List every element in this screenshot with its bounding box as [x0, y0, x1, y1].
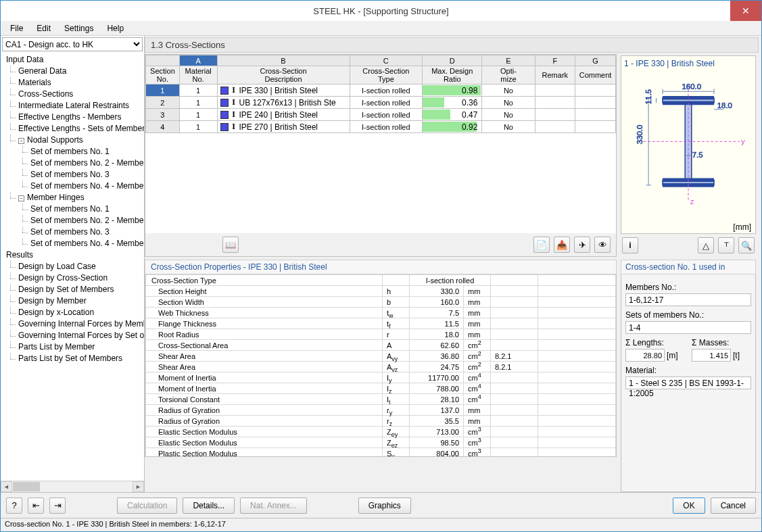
tree-item[interactable]: Design by x-Location: [1, 307, 144, 318]
tree-item[interactable]: Set of members No. 4 - Member S: [1, 180, 144, 192]
svg-text:330.0: 330.0: [636, 125, 644, 145]
filter-button[interactable]: ✈: [574, 237, 590, 253]
table-row[interactable]: 11I IPE 330 | British SteelI-section rol…: [146, 84, 616, 97]
zoom-button[interactable]: 🔍: [738, 237, 755, 253]
tree-item[interactable]: -Nodal Supports: [1, 135, 144, 146]
cancel-button[interactable]: Cancel: [711, 498, 756, 514]
import-button[interactable]: 📥: [554, 237, 570, 253]
cross-sections-grid[interactable]: ABCDEFGSectionNo.MaterialNo.Cross-Sectio…: [145, 54, 617, 257]
menu-file[interactable]: File: [5, 22, 28, 34]
tree-item[interactable]: Governing Internal Forces by Member: [1, 318, 144, 330]
tree-item[interactable]: Set of members No. 4 - Member S: [1, 238, 144, 249]
svg-text:7.5: 7.5: [692, 151, 703, 159]
tree-item[interactable]: Materials: [1, 77, 144, 89]
tree-item[interactable]: Intermediate Lateral Restraints: [1, 100, 144, 112]
library-button[interactable]: 📖: [222, 237, 239, 253]
tree-item[interactable]: Parts List by Set of Members: [1, 353, 144, 364]
menu-help[interactable]: Help: [101, 22, 129, 34]
info-title: Cross-section No. 1 used in: [621, 260, 756, 274]
tree-item[interactable]: Results: [1, 249, 144, 261]
tree-item[interactable]: Governing Internal Forces by Set of: [1, 330, 144, 341]
ok-button[interactable]: OK: [673, 498, 705, 514]
tree-item[interactable]: Design by Set of Members: [1, 284, 144, 295]
props-title: Cross-Section Properties - IPE 330 | Bri…: [145, 260, 617, 274]
tree-item[interactable]: Design by Member: [1, 295, 144, 307]
tree-item[interactable]: Set of members No. 2 - Member S: [1, 158, 144, 169]
titlebar: STEEL HK - [Supporting Structure] ✕: [1, 1, 761, 21]
app-window: STEEL HK - [Supporting Structure] ✕ File…: [0, 0, 762, 532]
tree-item[interactable]: Set of members No. 2 - Member S: [1, 215, 144, 226]
menu-edit[interactable]: Edit: [31, 22, 56, 34]
section-title: 1.3 Cross-Sections: [145, 37, 759, 53]
details-button[interactable]: Details...: [183, 498, 235, 514]
nav-tree[interactable]: Input DataGeneral DataMaterialsCross-Sec…: [1, 53, 144, 481]
section-preview: 1 - IPE 330 | British Steel: [621, 55, 756, 234]
tree-item[interactable]: Effective Lengths - Sets of Members: [1, 123, 144, 135]
tree-item[interactable]: Parts List by Member: [1, 341, 144, 353]
export-button[interactable]: 📄: [533, 237, 550, 253]
tree-item[interactable]: Design by Load Case: [1, 261, 144, 272]
info-panel: Members No.: 1-6,12-17 Sets of members N…: [621, 274, 756, 492]
sidebar: CA1 - Design acc. to HK Input DataGenera…: [1, 36, 145, 492]
svg-text:11.5: 11.5: [644, 89, 652, 104]
tree-item[interactable]: Design by Cross-Section: [1, 272, 144, 284]
case-combo[interactable]: CA1 - Design acc. to HK: [2, 37, 143, 51]
sum-masses: [692, 349, 731, 362]
nat-annex-button[interactable]: Nat. Annex...: [240, 498, 307, 514]
tree-item[interactable]: Set of members No. 3: [1, 169, 144, 180]
info-button[interactable]: i: [622, 237, 638, 253]
members-used: 1-6,12-17: [625, 293, 751, 306]
graphics-button[interactable]: Graphics: [358, 498, 411, 514]
tree-item[interactable]: Effective Lengths - Members: [1, 112, 144, 123]
window-title: STEEL HK - [Supporting Structure]: [313, 6, 448, 16]
statusbar: Cross-section No. 1 - IPE 330 | British …: [1, 518, 761, 531]
sum-lengths: [625, 349, 665, 362]
sets-used: 1-4: [625, 321, 751, 334]
table-row[interactable]: 31I IPE 240 | British SteelI-section rol…: [146, 109, 616, 121]
material-used: 1 - Steel S 235 | BS EN 1993-1-1:2005: [625, 377, 751, 389]
tree-item[interactable]: Set of members No. 1: [1, 146, 144, 158]
axes-button[interactable]: △: [698, 237, 714, 253]
tree-item[interactable]: Cross-Sections: [1, 89, 144, 100]
tree-item[interactable]: General Data: [1, 66, 144, 77]
menu-settings[interactable]: Settings: [59, 22, 99, 34]
svg-text:160.0: 160.0: [682, 82, 702, 91]
tree-item[interactable]: Set of members No. 3: [1, 226, 144, 238]
table-row[interactable]: 21I UB 127x76x13 | British SteI-section …: [146, 97, 616, 109]
svg-text:z: z: [690, 197, 694, 205]
props-table[interactable]: Cross-Section TypeI-section rolledSectio…: [145, 274, 617, 457]
view-button[interactable]: 👁: [594, 237, 611, 253]
help-button[interactable]: ?: [6, 498, 22, 514]
dim-button[interactable]: ⸆: [718, 237, 734, 253]
calculation-button[interactable]: Calculation: [117, 498, 177, 514]
sidebar-hscroll[interactable]: ◄►: [1, 481, 144, 492]
table-row[interactable]: 41I IPE 270 | British SteelI-section rol…: [146, 121, 616, 133]
prev-button[interactable]: ⇤: [28, 498, 44, 514]
tree-item[interactable]: Input Data: [1, 54, 144, 66]
svg-text:18.0: 18.0: [717, 101, 732, 110]
menubar: File Edit Settings Help: [1, 21, 761, 36]
close-button[interactable]: ✕: [730, 1, 761, 21]
next-button[interactable]: ⇥: [49, 498, 66, 514]
svg-text:y: y: [741, 137, 745, 145]
tree-item[interactable]: -Member Hinges: [1, 192, 144, 203]
bottom-toolbar: ? ⇤ ⇥ Calculation Details... Nat. Annex.…: [1, 492, 761, 518]
tree-item[interactable]: Set of members No. 1: [1, 203, 144, 215]
